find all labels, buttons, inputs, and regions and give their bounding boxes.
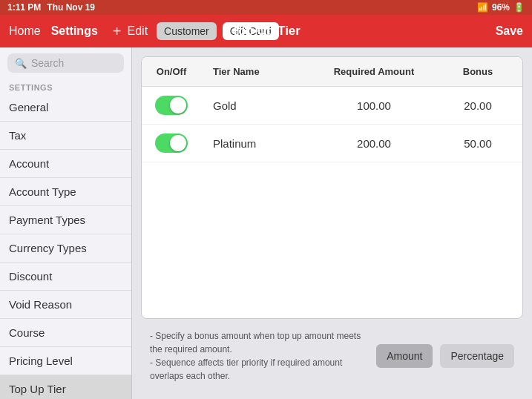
amount-button[interactable]: Amount	[376, 344, 433, 368]
search-placeholder: Search	[31, 57, 64, 69]
footer-line2: - Sequence affects tier priority if requ…	[150, 356, 369, 383]
time: 1:11 PM	[7, 2, 41, 13]
header-tier-name: Tier Name	[201, 63, 315, 80]
sidebar-item-discount[interactable]: Discount	[0, 263, 131, 291]
nav-bar: Home Settings + Edit Customer Gift Card …	[0, 15, 532, 47]
header-required-amount: Required Amount	[315, 63, 433, 80]
toggle-platinum[interactable]	[142, 131, 201, 156]
toggle-gold[interactable]	[142, 93, 201, 118]
percentage-button[interactable]: Percentage	[440, 344, 514, 368]
date: Thu Nov 19	[47, 2, 95, 13]
sidebar-item-void-reason[interactable]: Void Reason	[0, 291, 131, 319]
footer-text: - Specify a bonus amount when top up amo…	[150, 329, 369, 383]
tier-table: On/Off Tier Name Required Amount Bonus G…	[141, 56, 523, 319]
status-bar-right: 📶 96% 🔋	[477, 2, 525, 13]
bonus-platinum: 50.00	[433, 134, 522, 153]
footer-line1: - Specify a bonus amount when top up amo…	[150, 329, 369, 356]
settings-label: Settings	[51, 24, 98, 38]
main-layout: 🔍 Search SETTINGS General Tax Account Ac…	[0, 47, 532, 399]
footer: - Specify a bonus amount when top up amo…	[141, 322, 523, 390]
table-header: On/Off Tier Name Required Amount Bonus	[142, 57, 522, 87]
sidebar-item-pricing-level[interactable]: Pricing Level	[0, 347, 131, 375]
home-button[interactable]: Home	[9, 24, 41, 38]
table-row: Gold 100.00 20.00	[142, 87, 522, 125]
tier-name-platinum: Platinum	[201, 134, 315, 153]
tab-customer[interactable]: Customer	[157, 22, 217, 40]
required-amount-gold: 100.00	[315, 96, 433, 115]
sidebar-item-course[interactable]: Course	[0, 319, 131, 347]
toggle-switch-gold[interactable]	[155, 96, 188, 115]
search-bar[interactable]: 🔍 Search	[7, 53, 124, 73]
settings-section-label: SETTINGS	[0, 79, 131, 93]
status-bar: 1:11 PM Thu Nov 19 📶 96% 🔋	[0, 0, 532, 15]
sidebar-item-account[interactable]: Account	[0, 150, 131, 178]
toggle-switch-platinum[interactable]	[155, 133, 188, 153]
wifi-icon: 📶	[477, 2, 488, 13]
header-on-off: On/Off	[142, 63, 201, 80]
tier-name-gold: Gold	[201, 96, 315, 115]
sidebar: 🔍 Search SETTINGS General Tax Account Ac…	[0, 47, 132, 399]
bonus-gold: 20.00	[433, 96, 522, 115]
table-row: Platinum 200.00 50.00	[142, 125, 522, 162]
edit-button[interactable]: Edit	[128, 24, 148, 38]
sidebar-item-top-up-tier[interactable]: Top Up Tier	[0, 375, 131, 399]
header-bonus: Bonus	[433, 63, 522, 80]
battery-text: 96%	[492, 2, 510, 13]
sidebar-item-tax[interactable]: Tax	[0, 122, 131, 150]
content-area: On/Off Tier Name Required Amount Bonus G…	[132, 47, 532, 399]
battery-icon: 🔋	[513, 2, 525, 13]
search-icon: 🔍	[15, 58, 27, 69]
sidebar-item-account-type[interactable]: Account Type	[0, 178, 131, 206]
add-button[interactable]: +	[113, 23, 122, 40]
sidebar-item-currency-types[interactable]: Currency Types	[0, 234, 131, 263]
sidebar-item-general[interactable]: General	[0, 93, 131, 122]
status-bar-left: 1:11 PM Thu Nov 19	[7, 2, 95, 13]
page-title: Top Up Tier	[231, 24, 301, 39]
sidebar-item-payment-types[interactable]: Payment Types	[0, 206, 131, 234]
required-amount-platinum: 200.00	[315, 134, 433, 153]
save-button[interactable]: Save	[496, 24, 523, 38]
